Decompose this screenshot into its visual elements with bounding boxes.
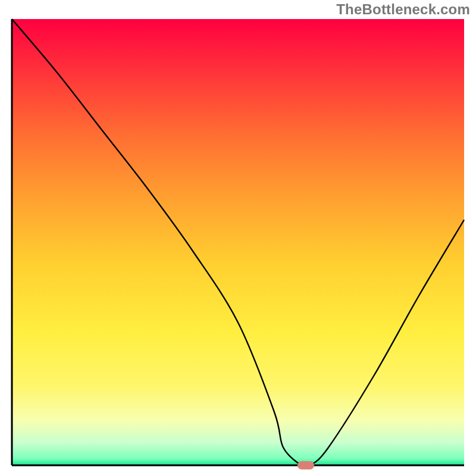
watermark-text: TheBottleneck.com [336, 1, 470, 18]
chart-background-gradient [12, 19, 464, 465]
bottleneck-chart [0, 0, 476, 476]
chart-marker-optimal [298, 461, 314, 469]
